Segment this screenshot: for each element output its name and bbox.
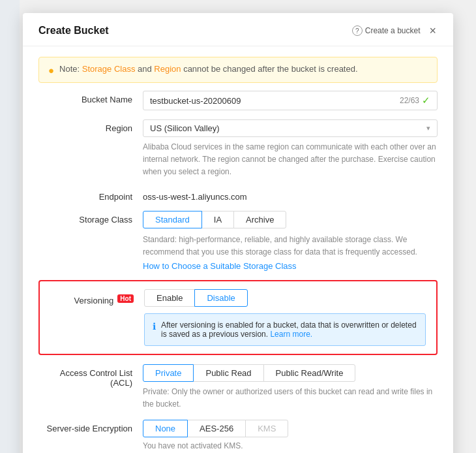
storage-class-ia-button[interactable]: IA bbox=[201, 211, 234, 228]
endpoint-content: oss-us-west-1.aliyuncs.com bbox=[143, 188, 438, 202]
notice-text: Note: Storage Class and Region cannot be… bbox=[59, 64, 357, 74]
storage-class-description: Standard: high-performance, reliable, an… bbox=[143, 234, 438, 258]
storage-class-row: Storage Class Standard IA Archive Standa… bbox=[38, 211, 438, 271]
dialog-header: Create Bucket ? Create a bucket × bbox=[23, 13, 453, 46]
chevron-down-icon: ▾ bbox=[426, 124, 430, 133]
form-body: Bucket Name testbucket-us-20200609 22/63… bbox=[23, 86, 453, 450]
storage-class-standard-button[interactable]: Standard bbox=[143, 211, 202, 228]
acl-public-read-button[interactable]: Public Read bbox=[193, 364, 263, 382]
storage-class-label: Storage Class bbox=[38, 211, 143, 225]
storage-class-archive-button[interactable]: Archive bbox=[233, 211, 286, 228]
close-button[interactable]: × bbox=[428, 25, 438, 37]
counter-value: 22/63 bbox=[400, 96, 419, 105]
acl-label: Access Control List (ACL) bbox=[38, 364, 143, 388]
warning-icon: ● bbox=[48, 65, 54, 76]
acl-description: Private: Only the owner or authorized us… bbox=[143, 386, 438, 411]
versioning-hot-badge: Hot bbox=[117, 294, 134, 303]
encryption-label: Server-side Encryption bbox=[38, 420, 143, 433]
encryption-content: None AES-256 KMS You have not activated … bbox=[143, 420, 438, 450]
endpoint-label: Endpoint bbox=[38, 188, 143, 202]
encryption-options: None AES-256 KMS bbox=[143, 420, 438, 437]
bucket-name-input[interactable]: testbucket-us-20200609 22/63 ✓ bbox=[143, 91, 438, 110]
bucket-name-content: testbucket-us-20200609 22/63 ✓ bbox=[143, 91, 438, 110]
acl-private-button[interactable]: Private bbox=[143, 364, 194, 382]
versioning-options: Enable Disable bbox=[144, 289, 426, 307]
dialog-header-actions: ? Create a bucket × bbox=[352, 25, 438, 37]
acl-public-readwrite-button[interactable]: Public Read/Write bbox=[263, 364, 356, 382]
acl-options: Private Public Read Public Read/Write bbox=[143, 364, 438, 382]
storage-class-content: Standard IA Archive Standard: high-perfo… bbox=[143, 211, 438, 271]
check-icon: ✓ bbox=[422, 95, 430, 106]
region-select[interactable]: US (Silicon Valley) ▾ bbox=[143, 119, 438, 137]
versioning-label-area: Versioning Hot bbox=[50, 289, 144, 305]
create-bucket-dialog: Create Bucket ? Create a bucket × ● Note… bbox=[23, 13, 453, 453]
versioning-inner: Versioning Hot Enable Disable ℹ After ve… bbox=[50, 289, 426, 346]
region-label: Region bbox=[38, 119, 143, 133]
dialog-title: Create Bucket bbox=[38, 25, 109, 37]
notice-suffix: cannot be changed after the bucket is cr… bbox=[181, 64, 358, 74]
versioning-info-box: ℹ After versioning is enabled for a buck… bbox=[144, 313, 426, 346]
endpoint-row: Endpoint oss-us-west-1.aliyuncs.com bbox=[38, 188, 438, 202]
storage-class-help-link[interactable]: How to Choose a Suitable Storage Class bbox=[143, 261, 297, 271]
notice-bar: ● Note: Storage Class and Region cannot … bbox=[38, 57, 438, 83]
region-content: US (Silicon Valley) ▾ Alibaba Cloud serv… bbox=[143, 119, 438, 179]
versioning-enable-button[interactable]: Enable bbox=[144, 289, 195, 307]
versioning-disable-button[interactable]: Disable bbox=[194, 289, 247, 307]
info-icon: ℹ bbox=[153, 321, 156, 332]
notice-prefix: Note: bbox=[59, 64, 82, 74]
encryption-row: Server-side Encryption None AES-256 KMS … bbox=[38, 420, 438, 450]
versioning-learn-link[interactable]: Learn more. bbox=[270, 330, 312, 339]
storage-class-options: Standard IA Archive bbox=[143, 211, 438, 228]
notice-highlight-region: Region bbox=[154, 64, 181, 74]
versioning-label: Versioning bbox=[74, 292, 114, 305]
bucket-name-counter: 22/63 ✓ bbox=[400, 95, 430, 106]
notice-middle: and bbox=[135, 64, 154, 74]
versioning-section: Versioning Hot Enable Disable ℹ After ve… bbox=[38, 280, 438, 355]
help-circle-icon: ? bbox=[352, 25, 363, 36]
region-value: US (Silicon Valley) bbox=[150, 123, 220, 133]
region-description: Alibaba Cloud services in the same regio… bbox=[143, 141, 438, 179]
acl-row: Access Control List (ACL) Private Public… bbox=[38, 364, 438, 411]
encryption-none-button[interactable]: None bbox=[143, 420, 188, 437]
bucket-name-row: Bucket Name testbucket-us-20200609 22/63… bbox=[38, 91, 438, 110]
versioning-info-text: After versioning is enabled for a bucket… bbox=[161, 320, 417, 339]
bucket-name-label: Bucket Name bbox=[38, 91, 143, 104]
encryption-kms-button[interactable]: KMS bbox=[245, 420, 288, 437]
encryption-description: You have not activated KMS. bbox=[143, 441, 438, 450]
region-row: Region US (Silicon Valley) ▾ Alibaba Clo… bbox=[38, 119, 438, 179]
encryption-aes256-button[interactable]: AES-256 bbox=[187, 420, 246, 437]
bucket-name-value: testbucket-us-20200609 bbox=[150, 96, 241, 106]
help-text: Create a bucket bbox=[365, 26, 421, 35]
versioning-content: Enable Disable ℹ After versioning is ena… bbox=[144, 289, 426, 346]
help-link[interactable]: ? Create a bucket bbox=[352, 25, 421, 36]
acl-content: Private Public Read Public Read/Write Pr… bbox=[143, 364, 438, 411]
notice-highlight-storage: Storage Class bbox=[82, 64, 136, 74]
endpoint-value: oss-us-west-1.aliyuncs.com bbox=[143, 188, 438, 202]
